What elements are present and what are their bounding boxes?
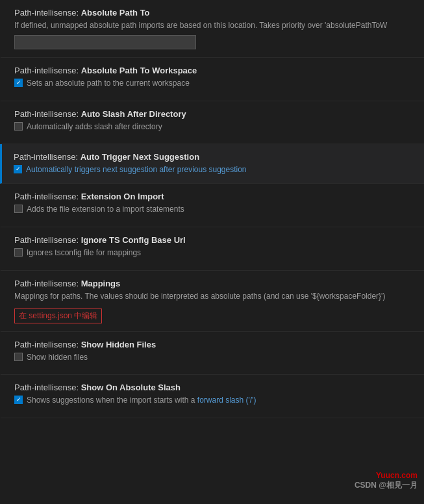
setting-title-ignore-ts-config: Path-intellisense: Ignore TS Config Base… [14, 235, 411, 245]
setting-desc-auto-trigger: Automatically triggers next suggestion a… [26, 164, 247, 175]
setting-title-absolute-path-to: Path-intellisense: Absolute Path To [14, 8, 411, 18]
setting-title-show-on-absolute-slash: Path-intellisense: Show On Absolute Slas… [14, 383, 411, 392]
check-row-show-hidden: Show hidden files [14, 352, 411, 367]
checkbox-auto-trigger[interactable] [14, 165, 22, 173]
setting-item-auto-trigger: ⚙ Path-intellisense: Auto Trigger Next S… [0, 144, 424, 184]
check-row-auto-trigger: Automatically triggers next suggestion a… [14, 164, 411, 175]
setting-desc-mappings: Mappings for paths. The values should be… [14, 291, 411, 302]
setting-title-auto-slash: Path-intellisense: Auto Slash After Dire… [14, 109, 411, 119]
setting-item-ignore-ts-config: Path-intellisense: Ignore TS Config Base… [0, 227, 424, 271]
setting-title-extension-import: Path-intellisense: Extension On Import [14, 192, 411, 201]
setting-item-show-hidden: Path-intellisense: Show Hidden Files Sho… [0, 332, 424, 375]
check-row-auto-slash: Automatically adds slash after directory [14, 121, 411, 136]
setting-desc-ignore-ts-config: Ignores tsconfig file for mappings [27, 247, 141, 258]
setting-desc-extension-import: Adds the file extension to a import stat… [27, 204, 184, 215]
checkbox-absolute-path-workspace[interactable] [14, 79, 23, 87]
setting-title-auto-trigger: Path-intellisense: Auto Trigger Next Sug… [14, 152, 411, 162]
setting-title-absolute-path-workspace: Path-intellisense: Absolute Path To Work… [14, 66, 411, 75]
setting-desc-workspace: Sets an absolute path to the current wor… [27, 78, 190, 89]
watermark-line1: Yuucn.com [355, 471, 418, 480]
setting-title-show-hidden: Path-intellisense: Show Hidden Files [14, 340, 411, 349]
setting-item-extension-import: Path-intellisense: Extension On Import A… [0, 184, 424, 227]
setting-desc-absolute-path-to: If defined, unmapped absolute path impor… [14, 20, 411, 31]
settings-container: Path-intellisense: Absolute Path To If d… [0, 0, 424, 418]
watermark-line2: CSDN @相见一月 [355, 480, 418, 491]
check-row-workspace: Sets an absolute path to the current wor… [14, 78, 411, 93]
setting-item-absolute-path-to: Path-intellisense: Absolute Path To If d… [0, 0, 424, 58]
check-row-extension-import: Adds the file extension to a import stat… [14, 204, 411, 219]
check-row-show-on-absolute-slash: Shows suggestions when the import starts… [14, 395, 411, 410]
setting-item-absolute-path-workspace: Path-intellisense: Absolute Path To Work… [0, 58, 424, 101]
absolute-path-to-input[interactable] [14, 35, 196, 49]
edit-settings-json-link[interactable]: 在 settings.json 中编辑 [14, 309, 102, 323]
checkbox-show-hidden[interactable] [14, 353, 23, 361]
checkbox-extension-import[interactable] [14, 205, 23, 213]
checkbox-show-on-absolute-slash[interactable] [14, 396, 23, 404]
setting-desc-show-on-absolute-slash: Shows suggestions when the import starts… [27, 395, 256, 406]
checkbox-auto-slash[interactable] [14, 122, 23, 131]
setting-desc-show-hidden: Show hidden files [27, 352, 88, 363]
setting-item-show-on-absolute-slash: Path-intellisense: Show On Absolute Slas… [0, 375, 424, 418]
setting-item-auto-slash: Path-intellisense: Auto Slash After Dire… [0, 101, 424, 145]
setting-title-mappings: Path-intellisense: Mappings [14, 279, 411, 288]
checkbox-ignore-ts-config[interactable] [14, 248, 23, 257]
watermark: Yuucn.com CSDN @相见一月 [355, 471, 418, 491]
setting-desc-auto-slash: Automatically adds slash after directory [27, 121, 162, 132]
setting-item-mappings: Path-intellisense: Mappings Mappings for… [0, 271, 424, 332]
check-row-ignore-ts-config: Ignores tsconfig file for mappings [14, 247, 411, 262]
